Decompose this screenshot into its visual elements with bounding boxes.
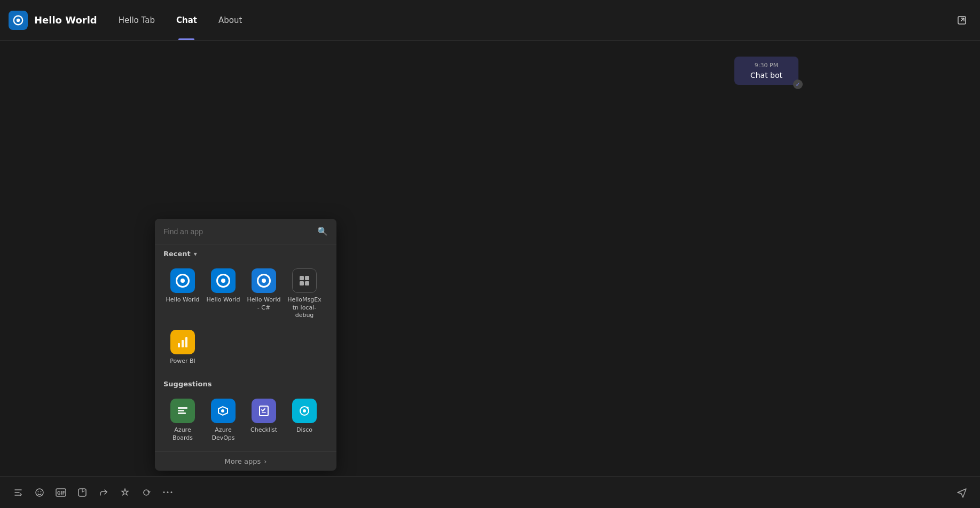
svg-rect-11 xyxy=(178,410,184,411)
hw1-icon xyxy=(170,268,195,293)
svg-point-18 xyxy=(307,407,309,409)
main-content: 9:30 PM Chat bot ✓ 🔍 Recent ▾ Hello Worl… xyxy=(0,41,980,476)
svg-point-19 xyxy=(36,489,43,496)
suggestions-section-header: Suggestions xyxy=(155,375,336,391)
suggested-app-disco[interactable]: Disco xyxy=(285,394,324,446)
app-title: Hello World xyxy=(34,14,97,26)
chat-bubble-text: Chat bot xyxy=(742,71,791,80)
recent-apps-grid: Hello World Hello World Hello World - C# xyxy=(155,261,336,375)
app-picker-popup: 🔍 Recent ▾ Hello World Hello World xyxy=(155,219,336,471)
nav-right xyxy=(952,11,971,30)
svg-point-21 xyxy=(41,491,42,492)
azure-boards-label: Azure Boards xyxy=(166,426,200,442)
svg-point-27 xyxy=(171,491,173,493)
azure-devops-icon xyxy=(211,399,236,423)
suggestions-apps-grid: Azure Boards Azure DevOps xyxy=(155,391,336,451)
hwmsg-icon xyxy=(292,268,317,293)
svg-rect-14 xyxy=(260,406,268,416)
tab-hello-tab[interactable]: Hello Tab xyxy=(108,0,166,40)
popout-icon[interactable] xyxy=(952,11,971,30)
hw3-label: Hello World - C# xyxy=(247,296,281,312)
disco-label: Disco xyxy=(296,426,312,434)
svg-point-13 xyxy=(221,409,224,412)
svg-rect-6 xyxy=(305,281,309,285)
checklist-icon xyxy=(252,399,276,423)
nav-tabs: Hello Tab Chat About xyxy=(108,0,253,40)
recent-app-hwmsg[interactable]: HelloMsgExtn local-debug xyxy=(285,264,324,323)
search-icon[interactable]: 🔍 xyxy=(317,226,328,236)
suggested-app-checklist[interactable]: Checklist xyxy=(245,394,283,446)
recent-app-hw3[interactable]: Hello World - C# xyxy=(245,264,283,323)
svg-rect-7 xyxy=(178,343,180,347)
svg-rect-9 xyxy=(185,337,187,347)
suggested-app-azure-devops[interactable]: Azure DevOps xyxy=(204,394,242,446)
format-toolbar-btn[interactable] xyxy=(9,483,28,502)
find-app-input[interactable] xyxy=(163,227,317,236)
hw2-icon xyxy=(211,268,236,293)
svg-rect-10 xyxy=(178,407,187,409)
azure-devops-label: Azure DevOps xyxy=(206,426,240,442)
recent-section-header: Recent ▾ xyxy=(155,244,336,261)
svg-point-17 xyxy=(303,409,306,412)
loop-toolbar-btn[interactable] xyxy=(137,483,156,502)
recent-collapse-icon[interactable]: ▾ xyxy=(194,250,197,258)
more-apps-label: More apps xyxy=(225,457,261,465)
tab-chat[interactable]: Chat xyxy=(166,0,208,40)
svg-rect-8 xyxy=(182,340,184,347)
sticker-toolbar-btn[interactable] xyxy=(73,483,92,502)
top-nav: Hello World Hello Tab Chat About xyxy=(0,0,980,41)
powerbi-label: Power BI xyxy=(170,358,195,365)
chat-bubble-time: 9:30 PM xyxy=(742,62,791,69)
more-apps-chevron-icon: › xyxy=(264,457,266,465)
giphy-toolbar-btn[interactable]: GIF xyxy=(51,483,70,502)
svg-point-25 xyxy=(163,491,165,493)
send-button[interactable] xyxy=(952,483,971,502)
checklist-label: Checklist xyxy=(250,426,277,434)
svg-rect-3 xyxy=(300,276,304,280)
hwmsg-label: HelloMsgExtn local-debug xyxy=(287,296,322,319)
chat-bubble: 9:30 PM Chat bot ✓ xyxy=(734,57,798,85)
svg-point-20 xyxy=(38,491,39,492)
app-logo xyxy=(9,11,28,30)
more-toolbar-btn[interactable] xyxy=(158,483,177,502)
tab-about[interactable]: About xyxy=(208,0,253,40)
svg-point-1 xyxy=(17,18,20,21)
svg-point-26 xyxy=(167,491,169,493)
recent-app-powerbi[interactable]: Power BI xyxy=(163,326,202,369)
disco-icon xyxy=(292,399,317,423)
recent-app-hw2[interactable]: Hello World xyxy=(204,264,242,323)
hw1-label: Hello World xyxy=(166,296,200,304)
hw2-label: Hello World xyxy=(207,296,240,304)
more-apps-row[interactable]: More apps › xyxy=(155,451,336,471)
forward-toolbar-btn[interactable] xyxy=(94,483,113,502)
svg-rect-12 xyxy=(178,412,186,414)
app-picker-search-bar: 🔍 xyxy=(155,219,336,244)
praise-toolbar-btn[interactable] xyxy=(115,483,135,502)
svg-text:GIF: GIF xyxy=(57,491,65,496)
svg-rect-4 xyxy=(305,276,309,280)
svg-rect-15 xyxy=(262,412,266,413)
svg-rect-5 xyxy=(300,281,304,285)
recent-app-hw1[interactable]: Hello World xyxy=(163,264,202,323)
powerbi-icon xyxy=(170,330,195,354)
azure-boards-icon xyxy=(170,399,195,423)
suggested-app-azure-boards[interactable]: Azure Boards xyxy=(163,394,202,446)
hw3-icon xyxy=(252,268,276,293)
emoji-toolbar-btn[interactable] xyxy=(30,483,49,502)
bottom-toolbar: GIF xyxy=(0,476,980,508)
delivered-check-icon: ✓ xyxy=(793,80,803,89)
